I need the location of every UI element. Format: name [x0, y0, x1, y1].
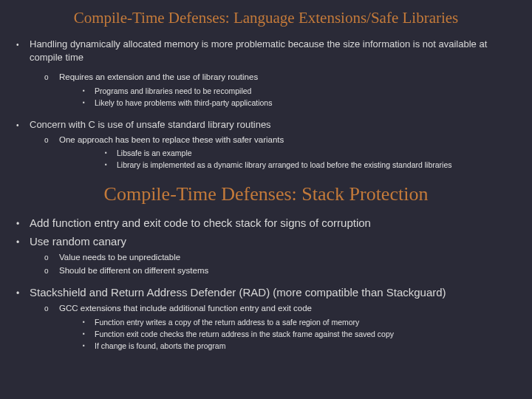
circle-marker: o: [44, 303, 59, 314]
bullet-text: If change is found, aborts the program: [95, 341, 516, 351]
bullet-text: Likely to have problems with third-party…: [95, 98, 516, 108]
bullet-l2: o GCC extensions that include additional…: [44, 303, 516, 315]
bullet-text: Value needs to be unpredictable: [59, 252, 516, 264]
bullet-l1: • Handling dynamically allocated memory …: [16, 38, 516, 64]
bullet-marker: •: [16, 38, 30, 50]
square-marker: ▪: [105, 148, 117, 157]
bullet-text: Requires an extension and the use of lib…: [59, 72, 516, 83]
bullet-l3: ▪ Function exit code checks the return a…: [83, 329, 516, 339]
bullet-l1: • Concern with C is use of unsafe standa…: [16, 118, 516, 132]
bullet-text: Add function entry and exit code to chec…: [30, 216, 516, 231]
square-marker: ▪: [83, 329, 95, 338]
bullet-l1: • Add function entry and exit code to ch…: [16, 216, 516, 231]
circle-marker: o: [44, 252, 59, 263]
bullet-l4: ▪ Libsafe is an example: [105, 148, 516, 158]
bullet-l1: • Stackshield and Return Address Defende…: [16, 285, 516, 300]
bullet-text: Library is implemented as a dynamic libr…: [117, 160, 516, 170]
bullet-marker: •: [16, 216, 30, 230]
bullet-text: Concern with C is use of unsafe standard…: [30, 118, 516, 132]
circle-marker: o: [44, 134, 59, 146]
square-marker: ▪: [83, 341, 95, 350]
bullet-text: Programs and libraries need to be recomp…: [95, 86, 516, 96]
bullet-text: Libsafe is an example: [117, 148, 516, 158]
bullet-text: GCC extensions that include additional f…: [59, 303, 516, 315]
bullet-l2: o Should be different on different syste…: [44, 265, 516, 277]
bullet-marker: •: [16, 285, 30, 299]
bullet-l3: ▪ If change is found, aborts the program: [83, 341, 516, 351]
slide: Compile-Time Defenses: Language Extensio…: [0, 0, 532, 399]
square-marker: ▪: [105, 160, 117, 169]
bullet-l3: ▪ Function entry writes a copy of the re…: [83, 317, 516, 327]
bullet-text: Function entry writes a copy of the retu…: [95, 317, 516, 327]
bullet-l2: o Requires an extension and the use of l…: [44, 72, 516, 83]
square-marker: ▪: [83, 86, 95, 95]
bullet-l4: ▪ Library is implemented as a dynamic li…: [105, 160, 516, 170]
bullet-l2: o Value needs to be unpredictable: [44, 252, 516, 264]
title-2: Compile-Time Defenses: Stack Protection: [16, 183, 516, 205]
bullet-l3: ▪ Programs and libraries need to be reco…: [83, 86, 516, 96]
bullet-marker: •: [16, 118, 30, 131]
square-marker: ▪: [83, 317, 95, 327]
circle-marker: o: [44, 72, 59, 83]
bullet-text: Should be different on different systems: [59, 265, 516, 277]
bullet-text: Use random canary: [30, 234, 516, 249]
bullet-l2: o One approach has been to replace these…: [44, 134, 516, 146]
circle-marker: o: [44, 265, 59, 276]
bullet-text: Stackshield and Return Address Defender …: [30, 285, 516, 300]
bullet-l3: ▪ Likely to have problems with third-par…: [83, 98, 516, 108]
title-1: Compile-Time Defenses: Language Extensio…: [16, 9, 516, 27]
bullet-l1: • Use random canary: [16, 234, 516, 249]
square-marker: ▪: [83, 98, 95, 107]
bullet-text: Handling dynamically allocated memory is…: [30, 38, 516, 64]
bullet-text: One approach has been to replace these w…: [59, 134, 516, 146]
bullet-text: Function exit code checks the return add…: [95, 329, 516, 339]
bullet-marker: •: [16, 234, 30, 248]
